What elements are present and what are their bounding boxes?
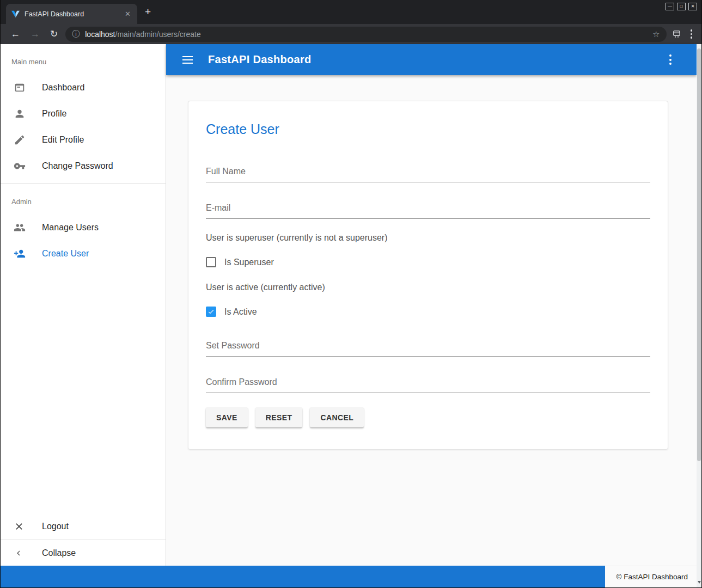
sidebar-item-profile[interactable]: Profile <box>1 101 166 127</box>
sidebar-item-logout[interactable]: Logout <box>1 513 166 540</box>
hamburger-menu-icon[interactable] <box>179 53 196 67</box>
bookmark-star-icon[interactable]: ☆ <box>652 29 660 39</box>
app-bar: FastAPI Dashboard <box>166 44 697 75</box>
scrollbar-thumb[interactable] <box>697 48 701 461</box>
dashboard-icon <box>14 82 42 94</box>
confirm-password-field <box>206 375 650 393</box>
key-icon <box>14 160 42 172</box>
superuser-checkbox[interactable] <box>206 257 216 267</box>
sidebar-item-collapse[interactable]: Collapse <box>1 540 166 566</box>
full-name-input[interactable] <box>206 164 650 182</box>
person-add-icon <box>14 248 42 260</box>
active-hint: User is active (currently active) <box>206 283 650 292</box>
confirm-password-input[interactable] <box>206 375 650 393</box>
app-footer: © FastAPI Dashboard <box>1 566 697 587</box>
active-checkbox-label: Is Active <box>224 307 257 317</box>
create-user-card: Create User User is superuser (currently… <box>188 101 668 450</box>
window-controls: — □ ✕ <box>666 3 697 10</box>
group-icon <box>14 222 42 234</box>
sidebar-item-dashboard[interactable]: Dashboard <box>1 75 166 101</box>
sidebar-section-main-menu: Main menu <box>1 48 166 75</box>
tab-title: FastAPI Dashboard <box>25 10 124 18</box>
sidebar-divider <box>1 183 166 184</box>
page-title: Create User <box>206 121 650 137</box>
sidebar-item-change-password[interactable]: Change Password <box>1 153 166 179</box>
tab-close-icon[interactable]: ✕ <box>124 10 132 18</box>
scrollbar-down-arrow-icon[interactable] <box>697 581 701 585</box>
browser-toolbar: ← → ↻ ⓘ localhost /main/admin/users/crea… <box>1 24 701 44</box>
scrollbar[interactable] <box>697 44 701 587</box>
browser-menu-icon[interactable] <box>689 28 694 40</box>
save-button[interactable]: SAVE <box>206 407 248 427</box>
reset-button[interactable]: RESET <box>255 407 303 427</box>
active-checkbox-row[interactable]: Is Active <box>206 307 650 317</box>
chevron-left-icon <box>14 548 42 558</box>
page-info-icon[interactable]: ⓘ <box>72 29 80 39</box>
reload-icon[interactable]: ↻ <box>50 29 58 39</box>
appbar-menu-icon[interactable] <box>667 52 674 67</box>
form-actions: SAVE RESET CANCEL <box>206 407 650 427</box>
cancel-button[interactable]: CANCEL <box>310 407 364 427</box>
browser-tab[interactable]: FastAPI Dashboard ✕ <box>6 4 137 24</box>
full-name-field <box>206 164 650 182</box>
vuetify-logo-icon <box>11 10 20 18</box>
forward-icon[interactable]: → <box>30 29 40 39</box>
set-password-input[interactable] <box>206 339 650 357</box>
close-window-button[interactable]: ✕ <box>688 3 697 10</box>
maximize-button[interactable]: □ <box>677 3 686 10</box>
sidebar-bottom: Logout Collapse <box>1 513 166 566</box>
superuser-checkbox-row[interactable]: Is Superuser <box>206 257 650 267</box>
email-input[interactable] <box>206 201 650 219</box>
app-title: FastAPI Dashboard <box>208 53 312 66</box>
active-checkbox[interactable] <box>206 307 216 317</box>
set-password-field <box>206 339 650 357</box>
app-root: Main menu Dashboard Profile Edit Profile <box>1 44 701 587</box>
pencil-icon <box>14 134 42 146</box>
back-icon[interactable]: ← <box>11 29 20 39</box>
extension-icon[interactable] <box>672 29 681 39</box>
sidebar-item-create-user[interactable]: Create User <box>1 241 166 267</box>
sidebar-item-manage-users[interactable]: Manage Users <box>1 215 166 241</box>
address-bar[interactable]: ⓘ localhost /main/admin/users/create ☆ <box>65 27 666 42</box>
new-tab-button[interactable]: + <box>145 7 151 17</box>
browser-titlebar: FastAPI Dashboard ✕ + — □ ✕ <box>1 0 701 24</box>
footer-bar <box>1 566 605 587</box>
person-icon <box>14 108 42 120</box>
superuser-hint: User is superuser (currently is not a su… <box>206 233 650 243</box>
sidebar: Main menu Dashboard Profile Edit Profile <box>1 44 166 566</box>
minimize-button[interactable]: — <box>666 3 674 10</box>
logout-close-icon <box>14 521 42 532</box>
url-host: localhost <box>85 30 115 39</box>
url-path: /main/admin/users/create <box>115 30 201 39</box>
main-content: Create User User is superuser (currently… <box>166 75 697 566</box>
browser-window: FastAPI Dashboard ✕ + — □ ✕ ← → ↻ ⓘ loca… <box>0 0 702 588</box>
superuser-checkbox-label: Is Superuser <box>224 258 274 267</box>
sidebar-section-admin: Admin <box>1 188 166 215</box>
email-field <box>206 201 650 219</box>
footer-copyright: © FastAPI Dashboard <box>605 566 697 587</box>
sidebar-item-edit-profile[interactable]: Edit Profile <box>1 127 166 153</box>
